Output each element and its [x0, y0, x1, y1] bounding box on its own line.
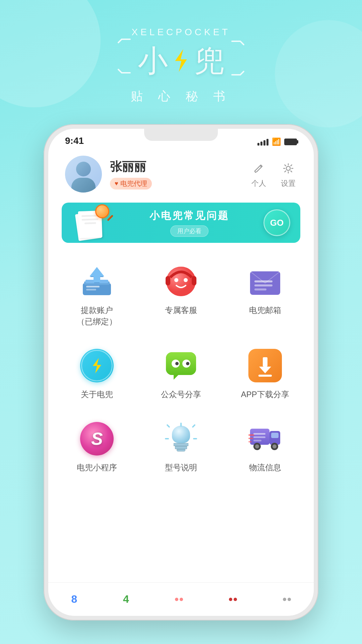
bg-decoration-2	[275, 20, 362, 127]
menu-label-logistics: 物流信息	[249, 462, 281, 473]
profile-edit-action[interactable]: 个人	[250, 160, 267, 189]
svg-rect-32	[248, 438, 253, 439]
magnify-icon	[95, 204, 114, 223]
svg-point-13	[174, 278, 178, 282]
svg-rect-8	[86, 289, 96, 290]
svg-rect-19	[254, 284, 273, 286]
faq-subtitle: 用户必看	[170, 225, 208, 237]
gear-icon	[282, 162, 294, 174]
svg-point-14	[184, 278, 188, 282]
logo-chinese-chars: 小 兜	[135, 46, 227, 76]
tab-dot-4b	[234, 598, 237, 601]
profile-left: 张丽丽 ♥ 电兜代理	[65, 156, 152, 193]
lightning-icon	[172, 49, 190, 72]
svg-rect-22	[166, 352, 196, 375]
tab-item-2[interactable]: 4	[123, 593, 129, 605]
signal-bar-4	[266, 139, 268, 146]
menu-item-service[interactable]: 专属客服	[139, 253, 223, 337]
svg-rect-38	[253, 433, 265, 435]
menu-label-email: 电兜邮箱	[249, 305, 281, 316]
menu-label-wechat: 公众号分享	[161, 389, 201, 400]
faq-title: 小电兜常见问题	[149, 209, 229, 223]
tagline: 贴 心 秘 书	[115, 88, 247, 105]
svg-point-27	[186, 362, 189, 365]
tab-dot-3a	[175, 598, 178, 601]
bracket-left	[115, 38, 135, 80]
phone-notch	[144, 129, 218, 141]
about-icon	[78, 347, 115, 384]
logistics-icon	[247, 420, 284, 457]
profile-badge: ♥ 电兜代理	[110, 178, 152, 190]
logo-main: 小 兜	[115, 40, 247, 82]
svg-rect-7	[86, 286, 100, 287]
service-icon	[163, 263, 199, 300]
svg-rect-30	[271, 433, 279, 438]
menu-item-logistics[interactable]: 物流信息	[223, 410, 307, 483]
svg-point-1	[286, 166, 290, 170]
svg-rect-18	[254, 280, 273, 282]
tab-item-5[interactable]	[283, 598, 291, 601]
tab-dot-3b	[180, 598, 183, 601]
svg-rect-11	[166, 276, 170, 285]
phone-outer-shell: 9:41 📶	[44, 124, 318, 621]
menu-label-miniapp: 电兜小程序	[77, 462, 117, 473]
svg-marker-23	[174, 375, 178, 380]
menu-item-model[interactable]: 型号说明	[139, 410, 223, 483]
menu-item-email[interactable]: 电兜邮箱	[223, 253, 307, 337]
menu-item-wechat[interactable]: 公众号分享	[139, 337, 223, 410]
tab-dot-5a	[283, 598, 286, 601]
logo-area: XELECPOCKET 小 兜 贴 心 秘 书	[115, 27, 247, 105]
phone-mockup: 9:41 📶	[44, 124, 318, 627]
signal-bar-1	[257, 143, 259, 146]
model-icon	[163, 420, 199, 457]
svg-rect-31	[248, 434, 254, 436]
svg-point-26	[175, 362, 179, 365]
signal-bar-2	[260, 142, 262, 146]
faq-banner[interactable]: 小电兜常见问题 用户必看 GO	[62, 203, 300, 243]
tab-item-4[interactable]	[229, 598, 237, 601]
settings-icon-wrap	[280, 160, 297, 177]
signal-bar-3	[263, 140, 265, 146]
status-icons: 📶	[257, 138, 297, 146]
withdraw-icon	[78, 263, 115, 300]
phone-screen: 9:41 📶	[48, 129, 314, 616]
profile-name: 张丽丽	[110, 159, 152, 175]
menu-label-download: APP下载分享	[241, 389, 289, 400]
menu-item-withdraw[interactable]: 提款账户 （已绑定）	[55, 253, 139, 337]
pencil-icon	[253, 162, 265, 174]
tab-bar: 8 4	[48, 582, 314, 616]
menu-item-download[interactable]: APP下载分享	[223, 337, 307, 410]
tab-item-1[interactable]: 8	[71, 593, 77, 605]
signal-icon	[257, 138, 268, 146]
tab-dot-4a	[229, 598, 232, 601]
edit-label: 个人	[251, 178, 266, 189]
svg-rect-40	[253, 440, 261, 441]
logo-text-en: XELECPOCKET	[115, 27, 247, 38]
tab-badge-1: 8	[71, 593, 77, 605]
svg-rect-12	[192, 276, 196, 285]
profile-settings-action[interactable]: 设置	[280, 160, 297, 189]
menu-label-about: 关于电兜	[81, 389, 113, 400]
tab-badge-2: 4	[123, 593, 129, 605]
miniapp-icon: S	[78, 420, 115, 457]
profile-actions: 个人 设置	[250, 160, 297, 189]
svg-point-37	[273, 444, 277, 448]
logo-char-3: 兜	[194, 46, 224, 76]
svg-rect-33	[248, 441, 252, 442]
tab-item-3[interactable]	[175, 598, 183, 601]
tab-dots-5	[283, 598, 291, 601]
menu-item-about[interactable]: 关于电兜	[55, 337, 139, 410]
bracket-right	[227, 40, 247, 82]
profile-section: 张丽丽 ♥ 电兜代理	[48, 149, 314, 199]
tab-dots-3	[175, 598, 183, 601]
menu-item-miniapp[interactable]: S 电兜小程序	[55, 410, 139, 483]
svg-rect-39	[253, 436, 265, 438]
faq-illustration	[72, 204, 115, 241]
avatar	[65, 156, 102, 193]
faq-go-button[interactable]: GO	[263, 209, 290, 236]
menu-label-service: 专属客服	[165, 305, 197, 316]
download-icon	[247, 347, 284, 384]
menu-label-withdraw: 提款账户 （已绑定）	[77, 305, 117, 327]
tab-dot-5b	[288, 598, 291, 601]
email-icon	[247, 263, 284, 300]
